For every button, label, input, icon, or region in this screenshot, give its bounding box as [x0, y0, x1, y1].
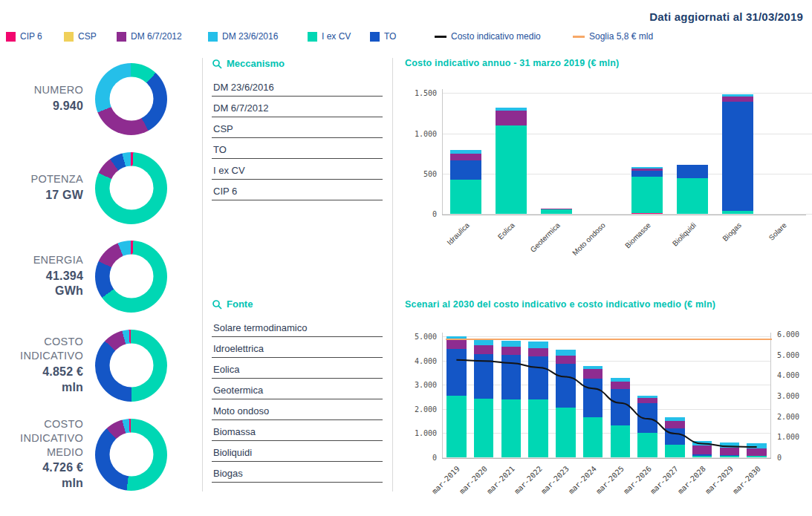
y-axis-tick: 3.000: [415, 381, 437, 389]
filter-item[interactable]: Eolica: [212, 360, 383, 379]
x-axis-tick: Biomasse: [623, 221, 652, 250]
dashboard: Dati aggiornati al 31/03/2019 CIP 6CSPDM…: [0, 0, 812, 516]
filter-item[interactable]: DM 6/7/2012: [212, 99, 383, 117]
kpi-costo-indicativo-medio: COSTO INDICATIVO MEDIO 4.726 € mln: [0, 410, 193, 499]
legend-label: Costo indicativo medio: [451, 31, 541, 42]
bar-segment-dm-23-6-2016: [692, 441, 712, 445]
gridline: [443, 457, 770, 458]
kpi-label: COSTO INDICATIVO: [0, 335, 83, 363]
bar-segment-cip-6: [631, 213, 663, 214]
chart-title: Scenari al 2030 del costo indicativo e c…: [405, 299, 812, 310]
bar-segment-to: [583, 379, 602, 417]
gridline: [443, 336, 770, 337]
bar-segment-to: [450, 160, 481, 180]
x-axis-tick: mar-2023: [539, 465, 571, 496]
y-axis-tick: 500: [423, 169, 437, 177]
filter-item[interactable]: Geotermica: [212, 381, 383, 399]
kpi-label: POTENZA: [0, 172, 83, 186]
filter-item[interactable]: Biogas: [212, 464, 383, 483]
legend-item[interactable]: TO: [370, 31, 435, 42]
bar-segment-dm-6-7-2012: [556, 356, 575, 364]
bar-segment-dm-6-7-2012: [541, 209, 572, 209]
filter-item[interactable]: I ex CV: [212, 161, 383, 180]
y2-axis-tick: 3.000: [777, 392, 799, 400]
bar-segment-i-ex-cv: [446, 396, 466, 457]
bar-segment-dm-23-6-2016: [665, 417, 684, 421]
x-axis-tick: mar-2021: [485, 465, 516, 496]
bar-segment-dm-6-7-2012: [637, 398, 657, 403]
legend-item[interactable]: DM 6/7/2012: [117, 31, 208, 42]
bar-segment-dm-23-6-2016: [496, 108, 527, 111]
legend-swatch-icon: [6, 32, 16, 42]
donut-chart-potenza: [95, 152, 167, 224]
y-axis-tick: 4.000: [415, 356, 437, 365]
legend-label: DM 23/6/2016: [222, 31, 278, 42]
filter-item[interactable]: CSP: [212, 120, 383, 138]
filter-list-meccanismo: DM 23/6/2016DM 6/7/2012CSPTOI ex CVCIP 6: [212, 78, 383, 200]
bar-segment-dm-6-7-2012: [583, 369, 602, 379]
x-axis-tick: Idraulica: [445, 221, 471, 247]
bar-segment-i-ex-cv: [496, 125, 527, 214]
filter-item[interactable]: Biomassa: [212, 422, 383, 441]
bar-segment-dm-23-6-2016: [611, 378, 630, 382]
kpi-potenza: POTENZA 17 GW: [0, 147, 193, 229]
kpi-label: NUMERO: [0, 83, 83, 97]
filter-item[interactable]: TO: [212, 140, 383, 159]
kpi-label: ENERGIA: [0, 253, 83, 267]
bar-segment-to: [665, 428, 684, 445]
gridline: [443, 93, 812, 94]
donut-chart-costo-indicativo-medio: [95, 419, 167, 491]
legend-item[interactable]: CSP: [64, 31, 117, 42]
legend-swatch-icon: [117, 32, 126, 42]
bar-segment-dm-23-6-2016: [556, 350, 575, 356]
bar-segment-dm-6-7-2012: [747, 448, 766, 456]
filter-item[interactable]: Bioliquidi: [212, 443, 383, 462]
bar-segment-to: [692, 454, 712, 456]
annual-cost-plot: 05001.0001.500IdraulicaEolicaGeotermicaM…: [442, 89, 806, 215]
legend-item[interactable]: DM 23/6/2016: [208, 31, 308, 42]
bar-segment-to: [556, 364, 575, 408]
bar-segment-to: [677, 165, 708, 178]
scenario-plot: 01.0002.0003.0004.0005.00001.0002.0003.0…: [442, 333, 771, 459]
filter-title: Fonte: [227, 298, 253, 310]
legend-swatch-icon: [308, 32, 317, 42]
threshold-line: [446, 339, 772, 340]
x-axis-tick: Solare: [767, 221, 788, 242]
bar-segment-to: [446, 349, 466, 396]
filter-item[interactable]: Moto ondoso: [212, 402, 383, 420]
filter-item[interactable]: Solare termodinamico: [212, 319, 383, 337]
x-axis-tick: mar-2019: [430, 465, 461, 496]
x-axis-tick: Eolica: [496, 221, 516, 241]
divider-left: [202, 58, 203, 491]
donut-chart-energia: [95, 241, 167, 313]
bar-segment-to: [528, 356, 548, 399]
bar-segment-i-ex-cv: [692, 456, 712, 457]
bar-segment-to: [501, 355, 521, 399]
x-axis-tick: mar-2030: [731, 465, 762, 496]
legend-item[interactable]: Costo indicativo medio: [435, 31, 573, 42]
filter-item[interactable]: DM 23/6/2016: [212, 78, 383, 97]
legend-item[interactable]: Soglia 5,8 € mld: [573, 31, 684, 42]
y2-axis-tick: 0: [777, 454, 782, 462]
y-axis-tick: 1.000: [415, 429, 437, 437]
bar-segment-dm-6-7-2012: [496, 111, 527, 125]
bar-segment-dm-6-7-2012: [692, 445, 712, 454]
x-axis-tick: mar-2025: [594, 465, 626, 496]
filter-item[interactable]: Idroelettrica: [212, 339, 383, 358]
bar-segment-i-ex-cv: [556, 408, 575, 457]
legend-item[interactable]: I ex CV: [308, 31, 370, 42]
kpi-value: 17 GW: [19, 188, 83, 203]
bar-segment-dm-23-6-2016: [501, 341, 521, 347]
legend-item[interactable]: CIP 6: [6, 31, 64, 42]
divider-right: [392, 58, 393, 491]
legend-swatch-icon: [573, 36, 585, 38]
filter-meccanismo: Meccanismo DM 23/6/2016DM 6/7/2012CSPTOI…: [212, 58, 383, 203]
search-icon: [212, 299, 222, 310]
legend-label: DM 6/7/2012: [131, 31, 182, 42]
filter-item[interactable]: CIP 6: [212, 182, 383, 200]
bar-segment-dm-23-6-2016: [450, 150, 481, 153]
bar-segment-dm-23-6-2016: [528, 342, 548, 348]
legend-swatch-icon: [435, 36, 446, 38]
scenario-chart: Scenari al 2030 del costo indicativo e c…: [405, 299, 812, 511]
annual-cost-chart: Costo indicativo annuo - 31 marzo 2019 (…: [405, 58, 812, 251]
